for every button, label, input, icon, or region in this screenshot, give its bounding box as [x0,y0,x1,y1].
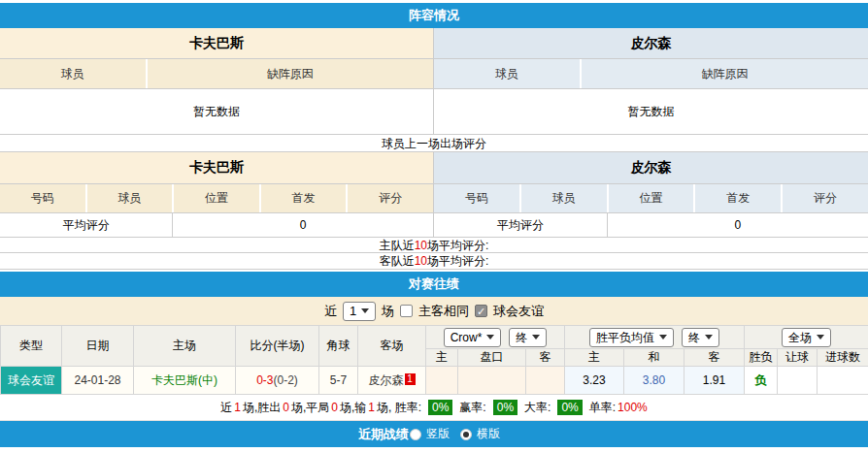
away-avg-rating-label: 平均评分 [434,213,608,237]
away-team-name: 皮尔森 [434,28,868,59]
match-home-team-link[interactable]: 卡夫巴斯(中) [134,367,236,395]
away-number-col: 号码 [434,184,521,212]
rating-tables: 卡夫巴斯 号码 球员 位置 首发 评分 平均评分 0 皮尔森 号码 球员 位置 … [0,152,868,238]
away-player-col: 球员 [521,184,609,212]
odds-final-value: 终 [688,331,700,344]
away-no-data-text: 暂无数据 [434,89,868,135]
club-friendly-label[interactable]: 球会友谊 [493,303,544,320]
home-recent10-num: 10 [415,239,427,252]
home-no-data-text: 暂无数据 [0,89,433,135]
lineup-tables: 卡夫巴斯 球员 缺阵原因 暂无数据 皮尔森 球员 缺阵原因 暂无数据 [0,28,868,135]
stats-draws: 0 [331,401,338,414]
vertical-layout-radio[interactable] [410,429,421,440]
chevron-down-icon [659,335,667,340]
same-venue-checkbox[interactable] [400,305,413,317]
home-avg-rating-label: 平均评分 [0,213,173,237]
horizontal-layout-label[interactable]: 横版 [477,426,500,442]
handicap-select-group: Crow* 终 [426,326,565,349]
home-absence-reason-col-header: 缺阵原因 [148,59,433,88]
recent-results-title: 近期战绩 [358,426,409,443]
same-venue-label[interactable]: 主客相同 [418,303,469,320]
scope-select-group: 全场 [745,326,868,349]
odds-select-group: 胜平负均值 终 [565,326,745,349]
page: 阵容情况 卡夫巴斯 球员 缺阵原因 暂无数据 皮尔森 球员 缺阵原因 暂无数据 … [0,0,868,447]
col-header-corners: 角球 [319,326,358,367]
h2h-table: 类型 日期 主场 比分(半场) 角球 客场 Crow* 终 [0,325,868,395]
home-team-name-ratings: 卡夫巴斯 [0,152,433,184]
stats-text: 大率: [524,400,551,416]
away-recent10-num: 10 [415,254,427,268]
handicap-home-cell [426,367,458,395]
home-recent10-pre: 主队近 [380,239,415,252]
home-avg-rating-value: 0 [173,213,433,237]
match-away-team-text[interactable]: 皮尔森 [369,373,404,387]
match-type-cell: 球会友谊 [1,367,62,395]
match-count-select[interactable]: 1 [343,302,376,321]
away-player-col-header: 球员 [434,59,582,88]
stats-losses: 1 [368,401,375,414]
col-header-home: 主场 [134,326,236,367]
odd-draw-cell: 3.80 [624,367,684,395]
stats-wins: 0 [283,401,289,414]
stats-text: 赢率: [459,400,485,416]
result-cell: 负 [745,367,778,395]
result-loss-text: 负 [755,373,767,387]
match-count-value: 1 [350,305,356,318]
chevron-down-icon [361,308,369,313]
match-away-team-link[interactable]: 皮尔森1 [358,367,426,395]
h2h-filter-bar: 近 1 场 主客相同 ✓ 球会友谊 [0,297,868,325]
handicap-final-select[interactable]: 终 [509,328,547,347]
red-card-badge: 1 [405,373,416,385]
odds-final-select[interactable]: 终 [682,328,719,347]
over-rate-badge: 0% [557,400,582,415]
odd-away-cell: 1.91 [684,367,745,395]
home-number-col: 号码 [0,184,87,212]
away-starter-col: 首发 [695,184,783,212]
home-player-col: 球员 [87,184,175,212]
away-position-col: 位置 [609,184,696,212]
lineup-home-table: 卡夫巴斯 球员 缺阵原因 暂无数据 [0,28,434,135]
rating-home-table: 卡夫巴斯 号码 球员 位置 首发 评分 平均评分 0 [0,152,434,238]
col-header-score: 比分(半场) [236,326,319,367]
club-friendly-checkbox[interactable]: ✓ [475,305,487,317]
away-team-name-ratings: 皮尔森 [434,152,868,184]
vertical-layout-label[interactable]: 竖版 [426,426,450,442]
horizontal-layout-radio[interactable] [460,429,472,440]
subheader-result: 胜负 [745,349,778,367]
odds-avg-select[interactable]: 胜平负均值 [589,328,674,347]
halftime-score: (0-2) [274,373,298,387]
bookmaker-select[interactable]: Crow* [444,328,502,347]
subheader-goals: 进球数 [818,349,868,367]
h2h-section-title: 对赛往绩 [0,272,868,297]
away-rating-col: 评分 [783,184,868,212]
subheader-handicap: 盘口 [458,349,526,367]
col-header-type: 类型 [1,326,62,367]
match-date-cell: 24-01-28 [62,367,134,395]
odd-home-cell: 3.23 [565,367,624,395]
home-position-col: 位置 [174,184,261,212]
filter-games-label: 场 [382,303,394,320]
scope-select[interactable]: 全场 [782,328,831,347]
profit-rate-badge: 0% [493,400,517,415]
away-avg-rating-value: 0 [608,213,868,237]
subheader-handicap-away: 客 [526,349,565,367]
away-recent10-pre: 客队近 [380,254,415,268]
match-home-team-text[interactable]: 卡夫巴斯(中) [151,373,217,387]
stats-text: 单率: [589,400,616,416]
home-player-col-header: 球员 [0,59,148,88]
chevron-down-icon [705,335,713,340]
fulltime-score: 0-3 [256,373,273,387]
chevron-down-icon [817,335,824,340]
away-absence-reason-col-header: 缺阵原因 [582,59,868,88]
chevron-down-icon [486,335,494,340]
win-rate-badge: 0% [428,400,452,415]
filter-near-label: 近 [324,303,337,320]
stats-text: 场, 胜率: [377,400,421,416]
recent-results-bar: 近期战绩 竖版 横版 [0,421,868,447]
lineup-section-title: 阵容情况 [0,3,868,28]
subheader-odds-away: 客 [684,349,745,367]
subheader-odds-home: 主 [565,349,624,367]
subheader-handicap-result: 让球 [778,349,818,367]
stats-total: 1 [234,401,241,414]
handicap-final-value: 终 [516,331,527,344]
